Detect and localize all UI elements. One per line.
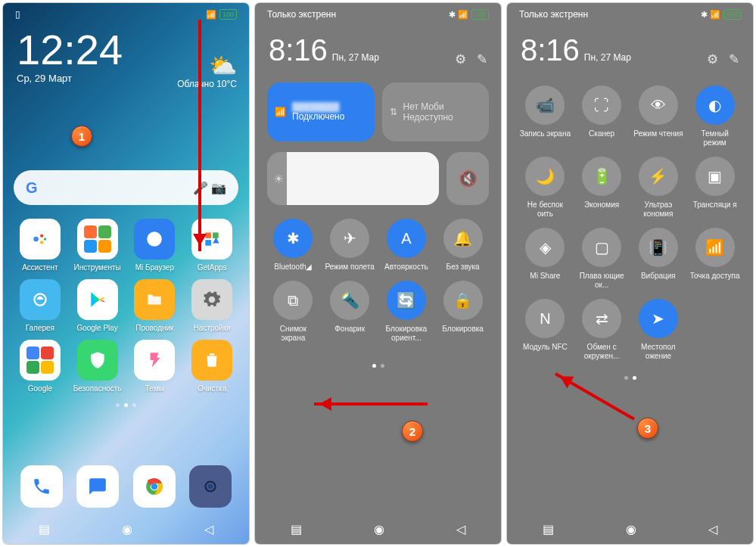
tile-moon[interactable]: 🌙Не беспок оить bbox=[519, 157, 571, 219]
edit-icon[interactable]: ✎ bbox=[729, 51, 739, 67]
tile-label: Ультраэ кономия bbox=[633, 200, 685, 219]
dock-phone[interactable] bbox=[20, 465, 63, 508]
app-grid: АссистентИнструментыMi БраузерGetAppsГал… bbox=[3, 205, 249, 393]
hot-icon: 📶 bbox=[695, 228, 735, 267]
tile-bell[interactable]: 🔔Без звука bbox=[437, 219, 489, 272]
scan-icon: ⛶ bbox=[582, 85, 621, 125]
qs-header: 8:16Пн, 27 Мар ⚙✎ bbox=[507, 26, 753, 75]
nav-menu[interactable]: ▤ bbox=[39, 522, 50, 536]
nav-home[interactable]: ◉ bbox=[374, 522, 384, 536]
settings-icon[interactable]: ⚙ bbox=[455, 51, 466, 67]
search-bar[interactable]: G 🎤 📷 bbox=[14, 170, 238, 205]
tile-label: Блокировка bbox=[442, 325, 484, 334]
scut-icon: ⧉ bbox=[273, 281, 313, 320]
tile-eye[interactable]: 👁Режим чтения bbox=[633, 85, 685, 148]
tile-rlock[interactable]: 🔄Блокировка ориент... bbox=[381, 281, 433, 343]
A-icon: A bbox=[387, 219, 426, 258]
app-Mi Браузер[interactable]: Mi Браузер bbox=[129, 219, 182, 272]
app-Инструменты[interactable]: Инструменты bbox=[71, 219, 124, 272]
status-left: ▯ bbox=[15, 9, 20, 20]
app-Темы[interactable]: Темы bbox=[129, 340, 182, 393]
wifi-tile[interactable]: 📶 ████████Подключено bbox=[267, 82, 375, 141]
app-icon bbox=[77, 219, 118, 260]
tile-label: Темный режим bbox=[689, 129, 741, 148]
settings-icon[interactable]: ⚙ bbox=[707, 51, 718, 67]
tile-plane[interactable]: ✈Режим полета bbox=[324, 219, 376, 272]
tile-cast[interactable]: ▣Трансляци я bbox=[689, 157, 741, 219]
app-icon bbox=[20, 279, 61, 320]
tile-label: Запись экрана bbox=[520, 129, 571, 138]
weather-widget[interactable]: ⛅ Облачно 10°C bbox=[177, 52, 237, 89]
app-Настройки[interactable]: Настройки bbox=[185, 279, 238, 332]
tile-float[interactable]: ▢Плава ющие ок... bbox=[576, 228, 628, 290]
marker-1: 1 bbox=[71, 126, 92, 147]
nav-back[interactable]: ◁ bbox=[204, 522, 213, 536]
tile-bolt[interactable]: ⚡Ультраэ кономия bbox=[633, 157, 685, 219]
tile-A[interactable]: AАвтояркость bbox=[381, 219, 433, 272]
app-icon bbox=[20, 340, 61, 381]
nav-home[interactable]: ◉ bbox=[122, 522, 132, 536]
torch-icon: 🔦 bbox=[330, 281, 369, 320]
app-icon bbox=[191, 279, 232, 320]
dock-messages[interactable] bbox=[76, 465, 119, 508]
tile-hot[interactable]: 📶Точка доступа bbox=[689, 228, 741, 290]
app-Очистка[interactable]: Очистка bbox=[185, 340, 238, 393]
google-logo-icon: G bbox=[26, 179, 38, 197]
bolt-icon: ⚡ bbox=[639, 157, 678, 196]
app-Безопасность[interactable]: Безопасность bbox=[71, 340, 124, 393]
battery-icon: 100 bbox=[219, 9, 237, 20]
app-Галерея[interactable]: Галерея bbox=[14, 279, 67, 332]
app-Проводник[interactable]: Проводник bbox=[129, 279, 182, 332]
tile-label: Экономия bbox=[584, 200, 619, 210]
app-label: Безопасность bbox=[73, 384, 122, 393]
brightness-slider[interactable]: ☀ bbox=[267, 152, 439, 205]
tile-bt[interactable]: ✱Bluetooth◢ bbox=[267, 219, 319, 272]
nav-back[interactable]: ◁ bbox=[708, 522, 717, 536]
marker-3: 3 bbox=[637, 418, 658, 439]
tile-label: Режим полета bbox=[325, 263, 374, 272]
tile-dark[interactable]: ◐Темный режим bbox=[689, 85, 741, 148]
tile-label: Без звука bbox=[446, 263, 480, 272]
nav-menu[interactable]: ▤ bbox=[291, 522, 302, 536]
app-label: Google Play bbox=[76, 324, 117, 332]
mobile-data-tile[interactable]: ⇅ Нет МобиНедоступно bbox=[382, 82, 490, 141]
nav-home[interactable]: ◉ bbox=[626, 522, 636, 536]
marker-2: 2 bbox=[402, 421, 423, 442]
dock-camera[interactable] bbox=[189, 465, 232, 508]
tile-batt[interactable]: 🔋Экономия bbox=[576, 157, 628, 219]
rlock-icon: 🔄 bbox=[387, 281, 426, 320]
app-label: Ассистент bbox=[22, 263, 58, 272]
app-icon bbox=[20, 219, 61, 260]
tile-nfc[interactable]: NМодуль NFC bbox=[519, 299, 571, 361]
plane-icon: ✈ bbox=[330, 219, 369, 258]
status-right: ✱ 📶 100 bbox=[449, 9, 489, 20]
nav-back[interactable]: ◁ bbox=[456, 522, 465, 536]
status-bar: Только экстренн ✱ 📶 100 bbox=[507, 3, 753, 26]
tile-loc[interactable]: ➤Местопол ожение bbox=[633, 299, 685, 361]
tile-lock[interactable]: 🔒Блокировка bbox=[437, 281, 489, 343]
tile-share[interactable]: ◈Mi Share bbox=[519, 228, 571, 290]
app-Google[interactable]: Google bbox=[14, 340, 67, 393]
tile-scan[interactable]: ⛶Сканер bbox=[576, 85, 628, 148]
phone-homescreen: ▯ 📶 100 12:24 Ср, 29 Март ⛅ Облачно 10°C… bbox=[3, 3, 249, 544]
phone-quicksettings-2: Только экстренн ✱ 📶 100 8:16Пн, 27 Мар ⚙… bbox=[507, 3, 753, 544]
app-icon bbox=[134, 340, 175, 381]
tile-rec[interactable]: 📹Запись экрана bbox=[519, 85, 571, 148]
moon-icon: 🌙 bbox=[525, 157, 565, 196]
tile-torch[interactable]: 🔦Фонарик bbox=[324, 281, 376, 343]
tile-vib[interactable]: 📳Вибрация bbox=[633, 228, 685, 290]
tile-near[interactable]: ⇄Обмен с окружен... bbox=[576, 299, 628, 361]
nfc-icon: N bbox=[525, 299, 565, 338]
nav-menu[interactable]: ▤ bbox=[543, 522, 554, 536]
tile-label: Mi Share bbox=[530, 272, 560, 281]
qs-header: 8:16Пн, 27 Мар ⚙✎ bbox=[255, 26, 501, 75]
edit-icon[interactable]: ✎ bbox=[477, 51, 487, 67]
app-Google Play[interactable]: Google Play bbox=[71, 279, 124, 332]
float-icon: ▢ bbox=[582, 228, 621, 267]
app-label: Mi Браузер bbox=[135, 263, 175, 272]
dock-chrome[interactable] bbox=[133, 465, 176, 508]
app-Ассистент[interactable]: Ассистент bbox=[14, 219, 67, 272]
status-bar: ▯ 📶 100 bbox=[3, 3, 249, 26]
mute-tile[interactable]: 🔇 bbox=[446, 152, 489, 205]
tile-scut[interactable]: ⧉Снимок экрана bbox=[267, 281, 319, 343]
